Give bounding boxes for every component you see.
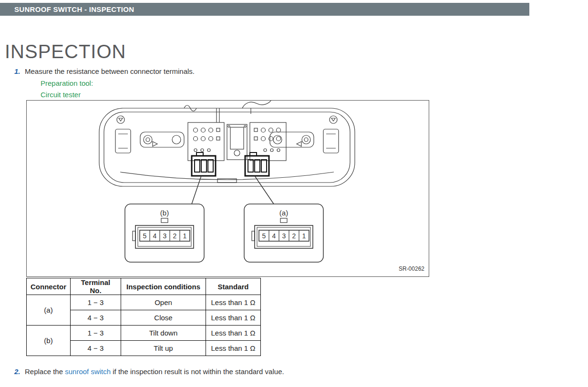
callout-b: (b) 5 4 3 2 1 [125, 204, 204, 262]
svg-text:3: 3 [282, 232, 286, 240]
col-header-connector: Connector [27, 278, 71, 295]
table-row: (a) 1 − 3 Open Less than 1 Ω [27, 295, 261, 310]
condition-cell: Open [121, 295, 206, 310]
condition-cell: Tilt down [121, 326, 206, 341]
inspection-table: Connector Terminal No. Inspection condit… [26, 278, 261, 356]
step-1-number: 1. [14, 67, 25, 75]
table-row: (b) 1 − 3 Tilt down Less than 1 Ω [27, 326, 261, 341]
figure-code: SR-00262 [399, 265, 424, 272]
svg-text:1: 1 [302, 232, 306, 240]
svg-text:3: 3 [163, 232, 167, 240]
preparation-tool-label: Preparation tool: [41, 79, 93, 87]
page-header-title: SUNROOF SWITCH - INSPECTION [14, 5, 134, 13]
connector-b-cell: (b) [27, 326, 71, 356]
standard-cell: Less than 1 Ω [206, 341, 261, 356]
step-2: 2.Replace the sunroof switch if the insp… [14, 367, 284, 376]
preparation-tool-value: Circuit tester [41, 91, 81, 99]
col-header-conditions: Inspection conditions [121, 278, 206, 295]
svg-text:5: 5 [143, 232, 147, 240]
step-1: 1.Measure the resistance between connect… [14, 67, 195, 75]
sunroof-switch-link[interactable]: sunroof switch [65, 367, 111, 376]
svg-text:2: 2 [173, 232, 177, 240]
col-header-standard: Standard [206, 278, 261, 295]
terminal-cell: 4 − 3 [71, 310, 121, 326]
terminal-cell: 1 − 3 [71, 326, 121, 341]
standard-cell: Less than 1 Ω [206, 310, 261, 326]
svg-text:4: 4 [153, 232, 157, 240]
step-1-text: Measure the resistance between connector… [25, 67, 195, 75]
callout-b-label: (b) [160, 209, 169, 217]
step-2-text-after: if the inspection result is not within t… [111, 367, 284, 376]
leader-line-b [192, 176, 201, 204]
standard-cell: Less than 1 Ω [206, 295, 261, 310]
svg-text:1: 1 [183, 232, 187, 240]
sunroof-switch-diagram: (b) 5 4 3 2 1 (a) [27, 101, 429, 276]
standard-cell: Less than 1 Ω [206, 326, 261, 341]
svg-text:2: 2 [292, 232, 296, 240]
step-2-text-before: Replace the [25, 367, 65, 376]
console-illustration [99, 101, 355, 186]
callout-a: (a) 5 4 3 2 1 [244, 204, 323, 262]
condition-cell: Close [121, 310, 206, 326]
step-2-number: 2. [14, 367, 25, 376]
leader-line-a [255, 176, 274, 204]
col-header-terminal: Terminal No. [71, 278, 121, 295]
console-connector-blocks [192, 153, 269, 176]
terminal-cell: 4 − 3 [71, 341, 121, 356]
callout-a-label: (a) [279, 209, 288, 217]
svg-text:5: 5 [262, 232, 266, 240]
terminal-cell: 1 − 3 [71, 295, 121, 310]
figure-box: (b) 5 4 3 2 1 (a) [26, 100, 429, 277]
connector-a-cell: (a) [27, 295, 71, 326]
table-header-row: Connector Terminal No. Inspection condit… [27, 278, 261, 295]
page-title: INSPECTION [5, 41, 126, 62]
condition-cell: Tilt up [121, 341, 206, 356]
page-header-bar: SUNROOF SWITCH - INSPECTION [0, 3, 529, 16]
svg-text:4: 4 [272, 232, 276, 240]
